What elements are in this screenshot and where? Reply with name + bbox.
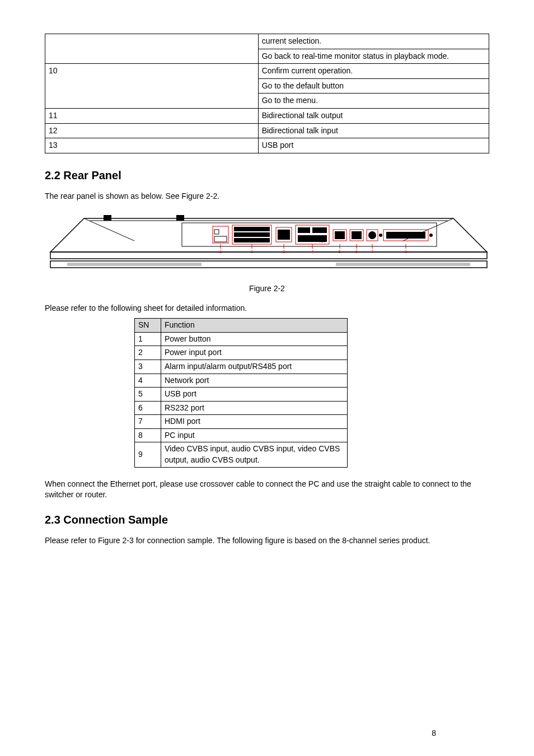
top-cell-r2: Go back to real-time monitor status in p… bbox=[258, 49, 489, 64]
top-cell-12: 12 bbox=[45, 123, 259, 138]
rear-panel-diagram-icon: 1 2 3 4 5 6 7 8 VGA bbox=[45, 213, 493, 274]
top-row-blank-left bbox=[45, 34, 259, 64]
svg-text:1: 1 bbox=[219, 250, 222, 254]
section-2-3-intro: Please refer to Figure 2-3 for connectio… bbox=[45, 535, 489, 547]
fn-7: HDMI port bbox=[161, 415, 348, 429]
svg-rect-19 bbox=[278, 230, 290, 240]
sn-2: 2 bbox=[135, 346, 161, 360]
svg-line-6 bbox=[84, 218, 134, 241]
svg-text:4: 4 bbox=[311, 250, 313, 254]
top-cell-r5: Go to the menu. bbox=[258, 94, 489, 109]
sn-3: 3 bbox=[135, 360, 161, 374]
sn-4: 4 bbox=[135, 374, 161, 388]
top-continuation-table: current selection. Go back to real-time … bbox=[45, 34, 489, 153]
svg-text:5: 5 bbox=[339, 250, 341, 254]
fn-6: RS232 port bbox=[161, 401, 348, 415]
svg-rect-21 bbox=[312, 227, 327, 233]
fn-9: Video CVBS input, audio CVBS input, vide… bbox=[161, 442, 348, 467]
sn-9: 9 bbox=[135, 442, 161, 467]
svg-text:7: 7 bbox=[371, 250, 373, 254]
top-cell-r1: current selection. bbox=[258, 34, 489, 49]
fn-3: Alarm input/alarm output/RS485 port bbox=[161, 360, 348, 374]
top-cell-r7: Bidirectional talk input bbox=[258, 123, 489, 138]
svg-rect-27 bbox=[386, 232, 425, 239]
svg-text:6: 6 bbox=[355, 250, 358, 254]
sn-6: 6 bbox=[135, 401, 161, 415]
svg-text:3: 3 bbox=[283, 250, 285, 254]
rear-panel-function-table: SN Function 1Power button 2Power input p… bbox=[134, 318, 348, 468]
fn-5: USB port bbox=[161, 388, 348, 402]
svg-rect-30 bbox=[214, 236, 227, 242]
svg-text:VGA: VGA bbox=[319, 240, 325, 243]
page-number: 8 bbox=[432, 728, 436, 739]
top-cell-r3: Confirm current operation. bbox=[258, 64, 489, 79]
small-table-intro: Please refer to the following sheet for … bbox=[45, 303, 489, 314]
svg-point-28 bbox=[429, 234, 433, 237]
svg-rect-20 bbox=[298, 227, 310, 233]
sn-8: 8 bbox=[135, 428, 161, 442]
svg-rect-8 bbox=[213, 226, 228, 243]
sn-1: 1 bbox=[135, 332, 161, 346]
svg-point-26 bbox=[379, 234, 382, 237]
section-2-2-heading: 2.2 Rear Panel bbox=[45, 167, 489, 183]
small-table-header-sn: SN bbox=[135, 319, 161, 333]
top-cell-r4: Go to the default button bbox=[258, 78, 489, 94]
svg-rect-2 bbox=[104, 215, 111, 221]
small-table-header-fn: Function bbox=[161, 319, 348, 333]
svg-rect-17 bbox=[234, 232, 270, 237]
svg-rect-1 bbox=[50, 252, 487, 259]
svg-rect-18 bbox=[234, 238, 270, 242]
fn-1: Power button bbox=[161, 332, 348, 346]
svg-rect-29 bbox=[214, 230, 219, 234]
top-cell-11: 11 bbox=[45, 108, 259, 123]
top-cell-r8: USB port bbox=[258, 138, 489, 153]
sn-7: 7 bbox=[135, 415, 161, 429]
fn-8: PC input bbox=[161, 428, 348, 442]
svg-rect-16 bbox=[234, 227, 270, 231]
svg-text:2: 2 bbox=[251, 250, 253, 254]
svg-rect-24 bbox=[352, 231, 362, 239]
section-2-3-heading: 2.3 Connection Sample bbox=[45, 512, 489, 528]
top-cell-10: 10 bbox=[45, 64, 259, 109]
svg-rect-23 bbox=[335, 231, 345, 239]
figure-2-2-caption: Figure 2-2 bbox=[45, 283, 489, 295]
top-cell-13: 13 bbox=[45, 138, 259, 153]
svg-point-25 bbox=[368, 231, 376, 239]
ethernet-note: When connect the Ethernet port, please u… bbox=[45, 479, 489, 501]
sn-5: 5 bbox=[135, 388, 161, 402]
fn-2: Power input port bbox=[161, 346, 348, 360]
svg-rect-3 bbox=[176, 215, 184, 221]
svg-text:8: 8 bbox=[405, 250, 407, 254]
top-cell-r6: Bidirectional talk output bbox=[258, 108, 489, 123]
section-2-2-intro: The rear panel is shown as below. See Fi… bbox=[45, 191, 489, 202]
figure-2-2-container: 1 2 3 4 5 6 7 8 VGA bbox=[45, 213, 489, 278]
fn-4: Network port bbox=[161, 374, 348, 388]
